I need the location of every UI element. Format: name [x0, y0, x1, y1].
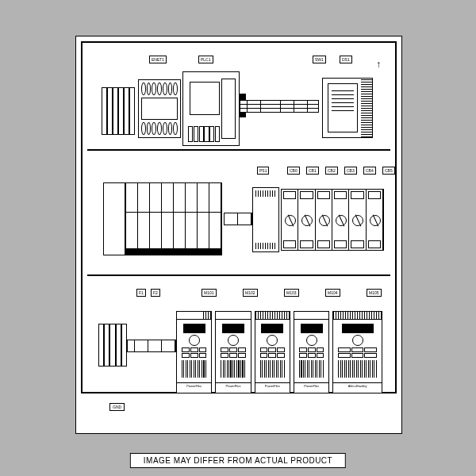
tag-cb5: CB5 — [382, 167, 395, 175]
circuit-breaker — [316, 190, 332, 250]
tag-m101: M101 — [202, 289, 217, 297]
terminal-block — [98, 324, 127, 367]
tag-ds1: DS1 — [340, 56, 352, 63]
din-rail — [127, 340, 176, 352]
disclaimer-caption: IMAGE MAY DIFFER FROM ACTUAL PRODUCT — [130, 453, 346, 468]
din-rail — [224, 213, 252, 225]
din-rail — [240, 100, 319, 113]
tag-cb1: CB1 — [306, 167, 319, 175]
circuit-breaker — [298, 190, 315, 250]
tag-cb3: CB3 — [344, 167, 357, 175]
tag-m104: M104 — [325, 289, 340, 297]
orientation-arrow: ↑ — [376, 59, 381, 70]
circuit-breaker — [282, 190, 298, 250]
io-module-rack — [103, 182, 222, 255]
plc-controller — [182, 71, 240, 146]
vfd-drive-large: Allen-Bradley — [332, 311, 382, 393]
drive-brand-label: PowerFlex — [216, 382, 250, 393]
vfd-drive: PowerFlex — [255, 311, 290, 393]
power-supply — [252, 187, 279, 252]
drive-brand-label: PowerFlex — [255, 382, 290, 393]
terminal-block — [102, 87, 135, 135]
tag-m103: M103 — [284, 289, 299, 297]
vfd-drive-row: PowerFlex PowerFlex PowerFlex PowerFlex — [176, 311, 382, 393]
drawing-border: ENET1 PLC1 SW1 DS1 ↑ — [81, 41, 397, 393]
tag-ps1: PS1 — [257, 167, 269, 175]
ethernet-switch-module — [138, 79, 181, 138]
vfd-drive: PowerFlex — [176, 311, 212, 393]
tag-f1: F1 — [136, 289, 146, 297]
drive-brand-label: PowerFlex — [177, 382, 211, 393]
tag-cb4: CB4 — [363, 167, 376, 175]
tag-sw1: SW1 — [313, 56, 326, 63]
tag-cb2: CB2 — [325, 167, 338, 175]
rail-section-3: F1 F2 M101 M102 M103 M104 M105 PowerFlex — [87, 274, 390, 400]
vfd-drive: PowerFlex — [215, 311, 251, 393]
drive-brand-label: PowerFlex — [294, 382, 328, 393]
circuit-breaker — [332, 190, 349, 250]
vfd-drive: PowerFlex — [294, 311, 329, 393]
tag-m105: M105 — [367, 289, 382, 297]
circuit-breaker — [349, 190, 366, 250]
disconnect-switch — [322, 78, 373, 138]
rail-section-2: PS1 CB0 CB1 CB2 CB3 CB4 CB5 — [87, 149, 390, 276]
tag-cb0: CB0 — [287, 167, 300, 175]
circuit-breaker-bank — [281, 189, 384, 251]
circuit-breaker — [367, 190, 383, 250]
tag-enet1: ENET1 — [149, 56, 167, 63]
rail-section-1: ENET1 PLC1 SW1 DS1 ↑ — [87, 48, 390, 151]
tag-m102: M102 — [243, 289, 258, 297]
tag-plc1: PLC1 — [198, 56, 213, 63]
panel-drawing: ENET1 PLC1 SW1 DS1 ↑ — [75, 36, 402, 434]
drive-brand-label: Allen-Bradley — [333, 382, 382, 393]
tag-f2: F2 — [151, 289, 160, 297]
tag-gnd: GND — [109, 403, 125, 411]
